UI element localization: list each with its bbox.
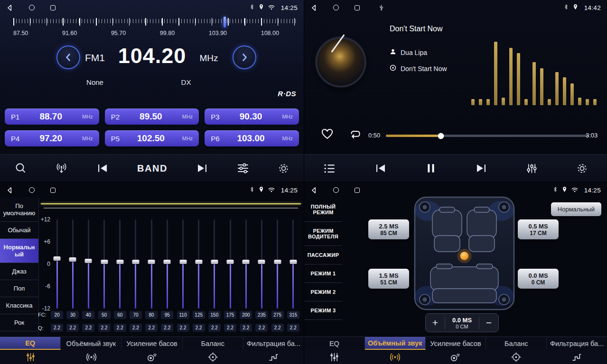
eq-slider-thumb[interactable] <box>179 260 187 264</box>
previous-track-icon[interactable] <box>374 163 387 173</box>
preset-button-p2[interactable]: P289.50MHz <box>105 109 199 125</box>
eq-band-slider[interactable] <box>151 219 152 309</box>
eq-slider-thumb[interactable] <box>132 260 139 264</box>
progress-thumb[interactable] <box>438 133 444 139</box>
eq-preset-item[interactable]: Классика <box>0 297 38 314</box>
eq-slider-thumb[interactable] <box>164 260 171 264</box>
tab-filter[interactable]: Фильтрация ба... <box>547 337 607 350</box>
home-circle-icon[interactable] <box>29 5 35 10</box>
eq-band-slider[interactable] <box>245 219 247 309</box>
settings-gear-icon[interactable] <box>576 163 588 174</box>
preset-button-p4[interactable]: P497.20MHz <box>5 130 99 146</box>
eq-slider-thumb[interactable] <box>211 260 218 264</box>
preset-button-p3[interactable]: P390.30MHz <box>205 109 299 125</box>
eq-band-slider[interactable] <box>119 219 121 309</box>
preset-button-p1[interactable]: P188.70MHz <box>5 109 99 125</box>
mixer-icon[interactable] <box>526 163 538 174</box>
filter-icon[interactable] <box>243 350 304 364</box>
home-circle-icon[interactable] <box>333 187 339 193</box>
eq-band-slider[interactable] <box>292 219 294 309</box>
eq-slider-thumb[interactable] <box>85 259 92 263</box>
eq-slider-thumb[interactable] <box>243 260 250 264</box>
playlist-icon[interactable] <box>323 163 336 174</box>
preset-button-p6[interactable]: P6103.00MHz <box>205 130 299 146</box>
filter-icon[interactable] <box>546 350 607 364</box>
surround-sound-icon[interactable] <box>365 350 426 364</box>
settings-gear-icon[interactable] <box>278 163 289 174</box>
eq-slider-thumb[interactable] <box>274 260 281 264</box>
eq-slider-thumb[interactable] <box>289 260 297 264</box>
listening-mode-item[interactable]: РЕЖИМ 2 <box>304 283 342 301</box>
tab-filter[interactable]: Фильтрация ба... <box>243 337 304 350</box>
eq-slider-thumb[interactable] <box>148 260 155 264</box>
delay-button-rear-right[interactable]: 0.0 MS0 CM <box>518 269 559 289</box>
repeat-icon[interactable] <box>348 129 362 142</box>
listening-mode-item[interactable]: РЕЖИМ ВОДИТЕЛЯ <box>304 222 342 246</box>
eq-slider-thumb[interactable] <box>69 257 76 262</box>
eq-slider-thumb[interactable] <box>258 260 265 264</box>
next-track-icon[interactable] <box>475 163 487 173</box>
recents-square-icon[interactable] <box>50 5 56 10</box>
eq-band-slider[interactable] <box>135 219 136 309</box>
tune-up-button[interactable] <box>233 46 256 69</box>
balance-icon[interactable] <box>486 350 547 364</box>
back-icon[interactable] <box>310 4 318 11</box>
eq-sliders-icon[interactable] <box>0 350 61 364</box>
tab-surround[interactable]: Объёмный звук <box>365 337 426 350</box>
eq-band-slider[interactable] <box>198 219 199 309</box>
surround-sound-icon[interactable] <box>61 350 121 364</box>
eq-band-slider[interactable] <box>72 219 74 309</box>
frequency-scale[interactable] <box>13 18 297 27</box>
eq-preset-item[interactable]: Поп <box>0 280 38 297</box>
progress-slider[interactable] <box>386 135 589 137</box>
listening-mode-item[interactable]: ПОЛНЫЙ РЕЖИМ <box>304 198 342 222</box>
eq-band-slider[interactable] <box>56 219 58 309</box>
eq-band-slider[interactable] <box>261 219 262 309</box>
eq-slider-thumb[interactable] <box>116 260 123 264</box>
listening-mode-item[interactable]: РЕЖИМ 1 <box>304 264 342 283</box>
eq-band-slider[interactable] <box>277 219 278 309</box>
tab-bass[interactable]: Усиление басов <box>121 337 182 350</box>
eq-slider-thumb[interactable] <box>227 260 234 264</box>
back-icon[interactable] <box>310 187 318 194</box>
tab-eq[interactable]: EQ <box>304 337 365 350</box>
equalizer-icon[interactable] <box>237 163 249 174</box>
eq-preset-item[interactable]: Обычай <box>0 222 38 239</box>
balance-icon[interactable] <box>182 350 243 364</box>
back-icon[interactable] <box>6 4 13 11</box>
delay-increase-button[interactable]: + <box>426 314 445 332</box>
eq-preset-item[interactable]: По умолчанию <box>0 198 38 222</box>
previous-station-icon[interactable] <box>96 163 109 173</box>
band-button[interactable]: BAND <box>137 163 168 174</box>
recents-square-icon[interactable] <box>50 188 56 193</box>
delay-button-front-left[interactable]: 2.5 MS85 CM <box>368 219 409 239</box>
recents-square-icon[interactable] <box>355 5 360 10</box>
tab-eq[interactable]: EQ <box>0 337 61 350</box>
delay-decrease-button[interactable]: − <box>479 314 498 332</box>
eq-sliders-icon[interactable] <box>304 350 365 364</box>
preset-button-p5[interactable]: P5102.50MHz <box>105 130 199 146</box>
back-icon[interactable] <box>6 187 13 194</box>
eq-band-slider[interactable] <box>182 219 184 309</box>
home-circle-icon[interactable] <box>333 5 339 10</box>
bass-boost-icon[interactable] <box>425 350 486 364</box>
eq-band-slider[interactable] <box>230 219 231 309</box>
eq-band-slider[interactable] <box>88 219 89 309</box>
tab-balance[interactable]: Баланс <box>486 337 547 350</box>
pause-icon[interactable] <box>425 163 437 174</box>
recents-square-icon[interactable] <box>355 188 360 193</box>
delay-button-rear-left[interactable]: 1.5 MS51 CM <box>368 269 409 289</box>
eq-band-slider[interactable] <box>214 219 215 309</box>
eq-preset-item[interactable]: Рок <box>0 314 38 331</box>
eq-slider-thumb[interactable] <box>195 260 202 264</box>
broadcast-scan-icon[interactable] <box>55 163 68 174</box>
eq-slider-thumb[interactable] <box>101 260 108 264</box>
eq-preset-item[interactable]: Нормальный <box>0 239 38 263</box>
favorite-heart-icon[interactable] <box>321 128 334 142</box>
listening-mode-item[interactable]: РЕЖИМ 3 <box>304 301 342 320</box>
tab-bass[interactable]: Усиление басов <box>426 337 486 350</box>
home-circle-icon[interactable] <box>29 187 35 193</box>
tab-surround[interactable]: Объёмный звук <box>61 337 121 350</box>
eq-band-slider[interactable] <box>103 219 105 309</box>
sound-preset-button[interactable]: Нормальный <box>551 202 601 216</box>
